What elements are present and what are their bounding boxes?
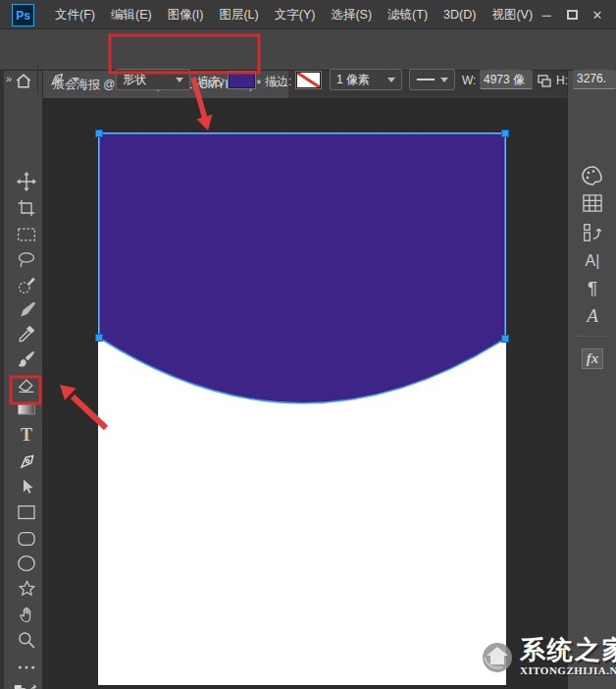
anchor-point-bottom-left[interactable] bbox=[96, 335, 103, 342]
pen-tool[interactable] bbox=[13, 449, 40, 474]
move-tool[interactable] bbox=[13, 169, 40, 194]
magnifier-icon bbox=[17, 630, 36, 650]
options-bar: 形状 填充: 描边: 1 像素 W: 4973 像 H: 3276. bbox=[0, 29, 616, 71]
fill-color-swatch[interactable] bbox=[229, 72, 255, 88]
rectangle-tool[interactable] bbox=[13, 500, 40, 525]
fx-icon: fx bbox=[582, 348, 604, 369]
eraser-tool[interactable] bbox=[13, 372, 40, 398]
quick-select-tool[interactable] bbox=[13, 272, 40, 297]
libraries-icon bbox=[582, 222, 603, 243]
path-select-tool[interactable] bbox=[13, 474, 40, 500]
libraries-panel-button[interactable] bbox=[579, 220, 606, 245]
rounded-rectangle-tool[interactable] bbox=[13, 526, 40, 552]
eyedropper-tool[interactable] bbox=[13, 321, 40, 346]
anchor-point-top-right[interactable] bbox=[502, 131, 509, 137]
document-canvas[interactable] bbox=[98, 132, 506, 685]
ellipse-icon bbox=[17, 555, 36, 572]
menu-filter[interactable]: 滤镜(T) bbox=[380, 7, 436, 24]
healing-brush-tool[interactable] bbox=[13, 296, 40, 322]
panel-dock: « A| ¶ A fx bbox=[567, 71, 616, 689]
watermark-domain: XITONGZHIJIA.NET bbox=[520, 665, 616, 676]
close-button[interactable]: ✕ bbox=[585, 4, 610, 26]
color-panel-button[interactable] bbox=[579, 163, 606, 188]
marquee-icon bbox=[17, 226, 36, 243]
home-icon bbox=[14, 72, 33, 91]
tool-preset-picker[interactable] bbox=[47, 70, 79, 89]
height-label: H: bbox=[556, 74, 568, 87]
effects-panel-button[interactable]: fx bbox=[579, 345, 606, 371]
move-icon bbox=[16, 171, 37, 192]
panel-separator bbox=[576, 336, 609, 337]
ellipsis-icon bbox=[17, 663, 36, 671]
home-button[interactable] bbox=[10, 69, 37, 94]
eyedropper-icon bbox=[17, 324, 36, 344]
palette-icon bbox=[581, 165, 604, 186]
zoom-tool[interactable] bbox=[13, 627, 40, 653]
menu-3d[interactable]: 3D(D) bbox=[436, 8, 484, 22]
stroke-width-value: 1 像素 bbox=[336, 72, 383, 88]
menu-image[interactable]: 图像(I) bbox=[160, 7, 212, 24]
swap-colors-icon bbox=[14, 684, 39, 689]
glyphs-panel-button[interactable]: A bbox=[579, 303, 606, 329]
swatches-grid-icon bbox=[582, 193, 603, 213]
healing-brush-icon bbox=[17, 299, 36, 319]
minimize-button[interactable]: ─ bbox=[534, 4, 559, 26]
watermark-title: 系统之家 bbox=[520, 637, 616, 662]
paragraph-panel-button[interactable]: ¶ bbox=[579, 276, 606, 301]
hand-tool[interactable] bbox=[13, 602, 40, 627]
more-tools-button[interactable] bbox=[13, 655, 40, 680]
chevron-down-icon bbox=[387, 78, 395, 82]
glyphs-icon: A bbox=[587, 305, 598, 327]
watermark-logo-icon bbox=[481, 634, 518, 679]
brush-tool[interactable] bbox=[13, 346, 40, 372]
lasso-tool[interactable] bbox=[13, 247, 40, 273]
fill-label: 填充: bbox=[197, 74, 224, 90]
chevron-down-icon bbox=[440, 78, 448, 82]
custom-shape-tool[interactable] bbox=[13, 576, 40, 602]
shape-width-input[interactable]: 4973 像 bbox=[480, 70, 533, 89]
lasso-icon bbox=[17, 250, 36, 270]
marquee-tool[interactable] bbox=[13, 222, 40, 247]
star-shape-icon bbox=[17, 579, 37, 599]
menu-select[interactable]: 选择(S) bbox=[323, 7, 380, 24]
width-label: W: bbox=[462, 74, 476, 87]
default-swap-colors[interactable] bbox=[13, 679, 40, 689]
selection-arrow-icon bbox=[18, 477, 35, 497]
maximize-icon bbox=[567, 10, 578, 20]
crop-icon bbox=[17, 198, 36, 218]
pen-icon bbox=[17, 451, 37, 472]
menu-edit[interactable]: 编辑(E) bbox=[103, 7, 160, 24]
stroke-style-dropdown[interactable] bbox=[409, 69, 455, 90]
chevron-down-icon bbox=[176, 78, 183, 82]
options-separator bbox=[37, 65, 38, 94]
maximize-button[interactable] bbox=[559, 4, 585, 26]
chevron-down-icon bbox=[72, 78, 79, 82]
stroke-width-dropdown[interactable]: 1 像素 bbox=[330, 69, 402, 90]
shape-height-input[interactable]: 3276. bbox=[573, 70, 616, 89]
link-dimensions-toggle[interactable] bbox=[538, 74, 551, 91]
eraser-icon bbox=[17, 376, 36, 394]
menu-layer[interactable]: 图层(L) bbox=[211, 7, 266, 24]
ellipse-tool[interactable] bbox=[13, 551, 40, 576]
type-tool-icon: T bbox=[21, 425, 32, 446]
menubar: 文件(F) 编辑(E) 图像(I) 图层(L) 文字(Y) 选择(S) 滤镜(T… bbox=[47, 0, 540, 29]
menu-view[interactable]: 视图(V) bbox=[484, 7, 540, 24]
anchor-point-top-left[interactable] bbox=[96, 131, 103, 137]
purple-shape[interactable] bbox=[99, 133, 505, 403]
menu-type[interactable]: 文字(Y) bbox=[267, 7, 324, 24]
character-panel-button[interactable]: A| bbox=[579, 248, 606, 274]
rectangle-icon bbox=[17, 504, 36, 520]
tool-mode-dropdown[interactable]: 形状 bbox=[116, 69, 190, 90]
type-tool[interactable]: T bbox=[13, 422, 40, 448]
gradient-icon bbox=[17, 402, 36, 416]
crop-tool[interactable] bbox=[13, 195, 40, 221]
link-icon bbox=[538, 75, 551, 87]
tool-mode-value: 形状 bbox=[123, 72, 171, 88]
pen-icon bbox=[47, 70, 67, 89]
stroke-color-swatch[interactable] bbox=[296, 72, 321, 88]
menu-file[interactable]: 文件(F) bbox=[47, 7, 103, 24]
swatches-panel-button[interactable] bbox=[579, 190, 606, 216]
gradient-tool[interactable] bbox=[13, 397, 40, 422]
anchor-point-bottom-right[interactable] bbox=[502, 336, 509, 343]
quick-select-icon bbox=[17, 275, 37, 295]
